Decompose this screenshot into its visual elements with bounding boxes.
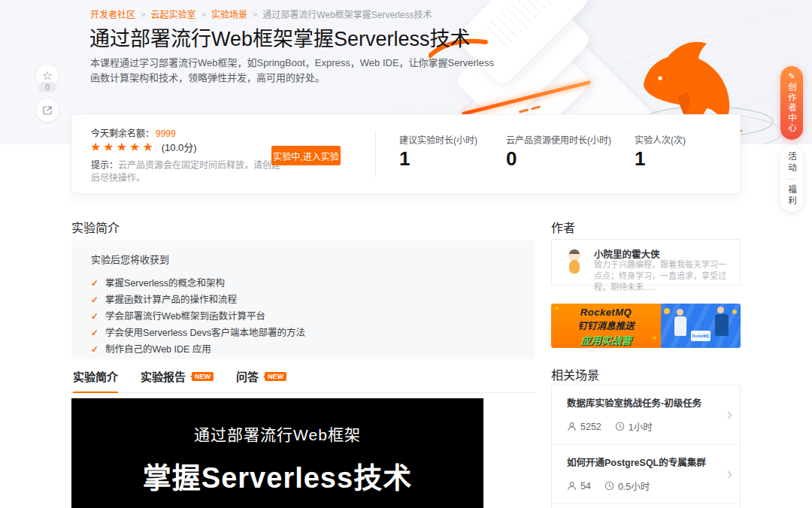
ad-dot-decor	[732, 310, 737, 314]
related-users: 5252	[580, 422, 601, 432]
ad-person-head	[677, 309, 683, 316]
breadcrumb-link-community[interactable]: 开发者社区	[90, 8, 135, 20]
check-icon: ✓	[91, 325, 98, 341]
rating-score: (10.0分)	[162, 140, 197, 154]
quota-value: 9999	[156, 129, 176, 139]
avatar	[562, 249, 587, 274]
welfare-link[interactable]: 福利	[786, 185, 798, 207]
chevron-right-icon: ›	[727, 407, 732, 423]
breadcrumb-current: 通过部署流行Web框架掌握Serverless技术	[262, 8, 432, 20]
ad-line3: 应用实战营	[551, 332, 661, 347]
divider	[786, 179, 797, 180]
checklist-item: ✓掌握函数计算产品的操作和流程	[91, 292, 516, 308]
chevron-right-icon: ›	[727, 466, 732, 482]
ad-banner-illustration: RocketMQ	[661, 304, 741, 348]
breadcrumb-link-scene[interactable]: 实验场景	[211, 8, 247, 20]
favorite-count-badge: 0	[38, 82, 56, 92]
related-duration: 0.5小时	[618, 479, 650, 493]
tip-label: 提示：	[91, 160, 118, 171]
breadcrumb-link-lab[interactable]: 云起实验室	[150, 8, 195, 20]
related-duration: 1小时	[629, 419, 653, 434]
related-item-meta: 5252 1小时	[567, 419, 717, 434]
ad-rocketmq-box: RocketMQ	[691, 331, 710, 341]
author-bio: 致力于兴趣编程，跟着我每天学习一点点；终身学习，一直追求，享受过程，期待未来..…	[594, 259, 732, 293]
creator-center-button[interactable]: ✎ 创作者中心	[780, 66, 803, 140]
stat-attempts: 实验人次(次) 1	[635, 133, 686, 170]
pen-icon: ✎	[788, 72, 795, 80]
video-title-line1: 通过部署流行Web框架	[71, 398, 483, 445]
page-title: 通过部署流行Web框架掌握Serverless技术	[89, 23, 471, 52]
rating-stars-icon: ★★★★★	[90, 141, 156, 153]
ad-line1: RocketMQ	[551, 307, 661, 318]
author-card[interactable]: 小院里的霍大侠 致力于兴趣编程，跟着我每天学习一点点；终身学习，一直追求，享受过…	[551, 239, 741, 286]
ad-person-figure	[674, 316, 686, 336]
breadcrumb: 开发者社区 > 云起实验室 > 实验场景 > 通过部署流行Web框架掌握Serv…	[90, 8, 432, 20]
side-quick-links: 活动 福利	[780, 146, 803, 212]
video-player[interactable]: 通过部署流行Web框架 掌握Serverless技术	[71, 398, 483, 508]
related-scenarios-card: 数据库实验室挑战任务-初级任务 5252 1小时 › 如何开通PostgreSQ…	[551, 385, 741, 508]
checklist-item: ✓掌握Serverless的概念和架构	[91, 275, 516, 292]
intro-checklist: ✓掌握Serverless的概念和架构 ✓掌握函数计算产品的操作和流程 ✓学会部…	[91, 275, 516, 358]
quota-stats-card: 今天剩余名额：9999 ★★★★★ (10.0分) 提示：云产品资源会在固定时间…	[71, 114, 741, 194]
tip-text: 提示：云产品资源会在固定时间后释放，请创建后尽快操作。	[91, 159, 285, 185]
intro-box: 实验后您将收获到 ✓掌握Serverless的概念和架构 ✓掌握函数计算产品的操…	[71, 240, 535, 359]
checklist-item: ✓学会使用Serverless Devs客户端本地部署的方法	[91, 325, 516, 341]
quota-label: 今天剩余名额：	[91, 129, 154, 139]
ad-person-figure	[715, 314, 729, 336]
page-description: 本课程通过学习部署流行Web框架，如SpringBoot，Express，Web…	[90, 56, 500, 86]
tab-intro[interactable]: 实验简介	[73, 368, 118, 384]
breadcrumb-separator: >	[253, 10, 257, 19]
checklist-item: ✓学会部署流行Web框架到函数计算平台	[91, 308, 516, 325]
breadcrumb-separator: >	[201, 10, 205, 19]
avatar-head	[568, 249, 580, 261]
ad-person-head	[717, 307, 724, 313]
user-icon	[567, 422, 577, 431]
related-item[interactable]: 如何开通PostgreSQL的专属集群 54 0.5小时 ›	[552, 445, 740, 504]
related-item[interactable]: 数据库实验室挑战任务-初级任务 5252 1小时 ›	[552, 386, 740, 445]
author-section-title: 作者	[551, 218, 575, 236]
activity-link[interactable]: 活动	[786, 152, 798, 174]
clock-icon	[615, 422, 625, 431]
share-icon	[42, 105, 53, 116]
tip-body: 云产品资源会在固定时间后释放，请创建后尽快操作。	[91, 160, 280, 183]
rocketmq-ad-banner[interactable]: ❝ RocketMQ 钉钉消息推送 应用实战营 ❞ RocketMQ	[551, 304, 741, 348]
related-section-title: 相关场景	[551, 365, 599, 383]
intro-section-title: 实验简介	[71, 218, 120, 236]
stat-suggested-duration: 建议实验时长(小时) 1	[399, 133, 477, 170]
clock-icon	[604, 481, 614, 491]
enter-lab-button[interactable]: 实验中,进入实验	[271, 146, 341, 165]
video-title-line2: 掌握Serverless技术	[71, 455, 483, 496]
rating-row: ★★★★★ (10.0分)	[90, 140, 197, 154]
related-item-meta: 54 0.5小时	[567, 479, 717, 493]
ad-dot-decor	[664, 308, 670, 314]
ad-banner-text-panel: ❝ RocketMQ 钉钉消息推送 应用实战营 ❞	[551, 304, 661, 348]
creator-center-label: 创作者中心	[786, 83, 798, 134]
stat-resource-duration: 云产品资源使用时长(小时) 0	[506, 133, 611, 170]
quote-open-icon: ❝	[555, 306, 559, 313]
checklist-item: ✓制作自己的Web IDE 应用	[91, 341, 516, 358]
new-badge: NEW	[265, 372, 286, 381]
check-icon: ✓	[91, 341, 98, 358]
tab-report[interactable]: 实验报告 NEW	[141, 368, 214, 384]
check-icon: ✓	[91, 292, 98, 308]
check-icon: ✓	[91, 308, 98, 325]
avatar-body	[569, 260, 580, 274]
star-icon: ☆	[42, 70, 53, 82]
related-users: 54	[580, 481, 591, 491]
ad-line2: 钉钉消息推送	[551, 318, 661, 332]
quote-close-icon: ❞	[653, 336, 656, 343]
tab-qa[interactable]: 问答 NEW	[236, 368, 286, 384]
check-icon: ✓	[91, 275, 98, 292]
divider	[375, 132, 376, 178]
intro-subtitle: 实验后您将收获到	[91, 252, 516, 266]
quota-row: 今天剩余名额：9999	[91, 126, 176, 139]
user-icon	[567, 481, 577, 491]
breadcrumb-separator: >	[141, 10, 145, 19]
new-badge: NEW	[192, 372, 214, 381]
share-button[interactable]	[36, 99, 59, 122]
content-tabs: 实验简介 实验报告 NEW 问答 NEW	[71, 368, 535, 393]
